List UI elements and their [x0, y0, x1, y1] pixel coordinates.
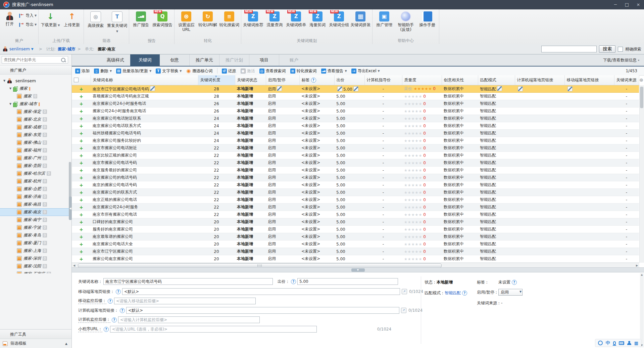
add-plus-icon[interactable]: +	[79, 86, 83, 92]
column-header-关键词名称[interactable]: 关键词名称	[91, 75, 198, 85]
ribbon-button[interactable]: NEWZ关键词分组	[328, 10, 350, 27]
column-header-匹配模式[interactable]: 匹配模式	[478, 75, 515, 85]
ime-logo-icon[interactable]	[598, 341, 603, 345]
tree-item[interactable]: 搬家-广州0	[0, 154, 71, 162]
tree-item[interactable]: 搬家-济南0	[0, 193, 71, 201]
ribbon-button[interactable]: ↑上传更新	[61, 10, 83, 27]
tree-item[interactable]: ▼搬家-城市‖	[0, 100, 71, 108]
ribbon-button[interactable]: ↓下载更新 ▼	[40, 10, 61, 28]
add-plus-icon[interactable]: +	[79, 205, 83, 210]
ribbon-button[interactable]: 操作手册	[416, 10, 438, 27]
edit-pencil-icon[interactable]	[518, 86, 523, 91]
bid-help-icon[interactable]: ?	[291, 279, 296, 284]
tree-item[interactable]: ▼搬家‖	[0, 85, 71, 92]
keyboard-icon[interactable]	[619, 341, 624, 345]
toolbar-button-查看搜索词[interactable]: ◎查看搜索词	[259, 68, 286, 74]
detail-onoff-select[interactable]: 启用	[498, 289, 523, 296]
sidebar-section-tools[interactable]: 推广工具	[0, 329, 71, 339]
select-all-checkbox[interactable]	[74, 78, 79, 82]
table-row[interactable]: +南京搬家公司24小时服务电话26本地新增启用<未设置>5.00-★★★★★0数…	[72, 100, 639, 107]
mobile-url-help-icon[interactable]: ?	[116, 289, 121, 294]
table-horizontal-scrollbar[interactable]: ◀ ▶	[72, 263, 639, 268]
add-plus-icon[interactable]: +	[79, 242, 83, 247]
add-plus-icon[interactable]: +	[79, 190, 83, 195]
account-menu-caret-icon[interactable]: ▼	[31, 47, 34, 51]
add-plus-icon[interactable]: +	[79, 219, 83, 225]
pc-url-external-icon[interactable]: ↗	[401, 308, 406, 313]
expander-icon[interactable]: ▼	[9, 102, 12, 105]
table-row[interactable]: +搬家公司24小时服务南京电话26本地新增启用<未设置>5.00-★★★★★0数…	[72, 107, 639, 115]
sidebar-search-box[interactable]	[2, 56, 68, 63]
column-header-计算机指导价[interactable]: 计算机指导价	[364, 75, 402, 85]
tree-item[interactable]: 搬家-石家庄0	[0, 270, 71, 273]
ribbon-button[interactable]: ↻转化URI解	[197, 10, 218, 27]
detail-mobile-suffix-input[interactable]	[114, 298, 256, 304]
toolbar-button-还原[interactable]: ↺还原	[222, 68, 236, 74]
add-plus-icon[interactable]: +	[79, 138, 83, 143]
column-header-计算机端落地页链接[interactable]: 计算机端落地页链接	[515, 75, 564, 85]
ime-language-indicator[interactable]: 中	[606, 340, 610, 346]
user-icon[interactable]	[627, 341, 631, 345]
column-header-启用/暂停[interactable]: 启用/暂停	[266, 75, 299, 85]
mobile-suffix-help-icon[interactable]: ?	[108, 299, 113, 304]
column-header-移动端落地页链接[interactable]: 移动端落地页链接	[564, 75, 614, 85]
export-button[interactable]: 导出 ▼	[19, 22, 37, 28]
tree-item[interactable]: 搬家0	[0, 92, 71, 100]
edit-pencil-icon[interactable]	[277, 86, 282, 91]
column-header-关键词来源[interactable]: 关键词来源	[614, 75, 639, 85]
detail-scrollbar[interactable]: ▲ ▼	[640, 273, 644, 347]
add-plus-icon[interactable]: +	[79, 182, 83, 188]
tree-item[interactable]: 搬家-南京0	[0, 208, 71, 216]
ribbon-button[interactable]: ▦关键词拼装	[350, 10, 371, 27]
microphone-icon[interactable]	[613, 341, 616, 345]
tree-item[interactable]: 搬家-厦门0	[0, 239, 71, 247]
import-button[interactable]: 导入 ▼	[19, 13, 37, 18]
edit-pencil-icon[interactable]	[353, 86, 358, 91]
toolbar-button-导出Excel[interactable]: →导出Excel▼	[351, 68, 380, 74]
table-row[interactable]: +南京服务最好的搬家公司22本地新增启用<未设置>5.00-★★★★★0数据积累…	[72, 167, 639, 174]
table-row[interactable]: +南京市江宁区搬家公司电话号码28本地新增启用<未设置>5.00-采价★★★★★…	[72, 85, 639, 93]
ribbon-button[interactable]: NEWZ流量查询	[264, 10, 285, 27]
column-header-创意相关性[interactable]: 创意相关性	[442, 75, 478, 85]
tree-item[interactable]: 搬家-宁波0	[0, 224, 71, 231]
sidebar-search-input[interactable]	[2, 57, 61, 62]
breadcrumb-account[interactable]: senlinsem	[9, 47, 30, 51]
tree-item[interactable]: 搬家-福州0	[0, 146, 71, 154]
table-row[interactable]: +福州鼓楼搬家公司电话号码24本地新增启用<未设置>5.00-★★★★★0数据积…	[72, 130, 639, 137]
pc-url-help-icon[interactable]: ?	[120, 308, 125, 313]
toolbar-button-激活[interactable]: ▣激活	[241, 68, 255, 74]
splitter-collapse-button[interactable]: ▼	[351, 268, 365, 272]
maximize-button[interactable]: □	[621, 0, 633, 9]
tab-账户[interactable]: 账户	[279, 54, 309, 66]
tab-推广单元[interactable]: 推广单元	[189, 54, 219, 66]
tag-header-help-icon[interactable]: ?	[311, 78, 316, 83]
table-row[interactable]: +南京搬家公司的联系方式22本地新增启用<未设置>5.00-★★★★★0数据积累…	[72, 189, 639, 196]
ribbon-button[interactable]: NEWZ海量拓词	[307, 10, 328, 27]
tree-item[interactable]: 搬家-上海0	[0, 247, 71, 255]
tree-item[interactable]: 搬家-贵阳0	[0, 162, 71, 170]
tree-item[interactable]: 搬家-深圳0	[0, 255, 71, 262]
expander-icon[interactable]: ▼	[9, 87, 12, 90]
table-row[interactable]: +南京市搬家公司电话附近22本地新增启用<未设置>5.00-★★★★★0数据积累…	[72, 144, 639, 152]
table-row[interactable]: +南京搬家公司的电话号码22本地新增启用<未设置>5.00-★★★★★0数据积累…	[72, 174, 639, 181]
add-plus-icon[interactable]: +	[79, 168, 83, 173]
collapse-icon[interactable]: ▲	[65, 342, 67, 345]
column-header-质量度[interactable]: 质量度	[402, 75, 442, 85]
toolbar-button-查看报告[interactable]: ▂▄▆查看报告▼	[321, 68, 347, 74]
edit-pencil-icon[interactable]	[150, 86, 155, 91]
column-header-关键词长度[interactable]: 关键词长度▼	[198, 75, 235, 85]
minimize-button[interactable]: ─	[610, 0, 621, 9]
table-row[interactable]: +南京搬家公司电话附近联系24本地新增启用<未设置>5.00-★★★★★0数据积…	[72, 115, 639, 122]
open-button[interactable]: 打开	[1, 10, 18, 26]
column-header-关键词状态[interactable]: 关键词状态	[235, 75, 266, 85]
edit-pencil-icon[interactable]	[337, 86, 342, 91]
detail-pc-suffix-input[interactable]	[118, 316, 260, 323]
toolbar-button-转化搜索词[interactable]: ≡转化搜索词	[290, 68, 317, 74]
sidebar-item-filter-template[interactable]: 筛选模板 ▲	[0, 339, 71, 348]
ribbon-button[interactable]: ▂▄▆推广报告	[130, 10, 152, 27]
add-plus-icon[interactable]: +	[79, 153, 83, 158]
tab-项目[interactable]: 项目	[249, 54, 279, 66]
table-row[interactable]: +喜顺搬家公司电话号码南京正规28本地新增启用<未设置>5.00-★★★★★0数…	[72, 93, 639, 100]
table-vertical-scrollbar[interactable]	[639, 85, 644, 263]
add-plus-icon[interactable]: +	[79, 94, 83, 99]
